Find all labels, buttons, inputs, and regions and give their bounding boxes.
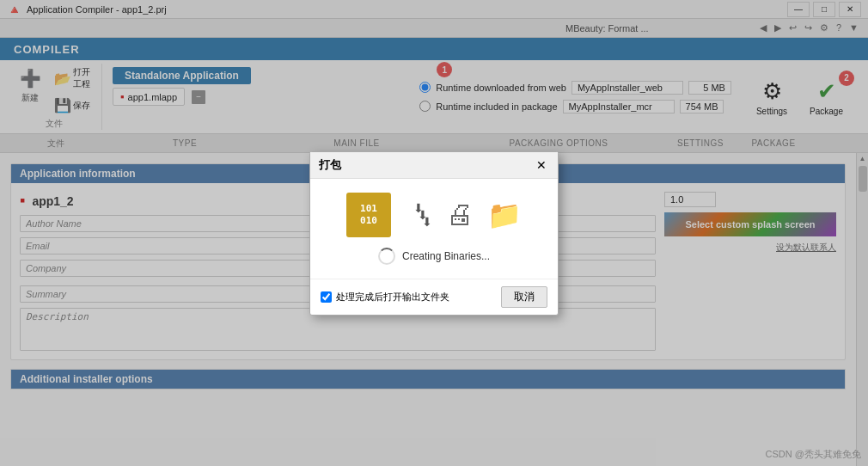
- binary-icon: 101010: [346, 193, 391, 237]
- package-progress-icon: 🖨: [446, 199, 474, 230]
- modal-title: 打包: [319, 157, 341, 173]
- modal-footer: 处理完成后打开输出文件夹 取消: [310, 279, 558, 315]
- loading-spinner: [378, 248, 395, 265]
- packaging-dialog: 打包 ✕ 101010 ⬇ ⬇ ⬇ 🖨 📁: [309, 151, 559, 316]
- modal-header: 打包 ✕: [310, 152, 558, 179]
- folder-output-icon: 📁: [487, 199, 522, 231]
- arrow-group: ⬇ ⬇ ⬇: [405, 202, 432, 228]
- cancel-button[interactable]: 取消: [501, 286, 547, 308]
- progress-icons: 101010 ⬇ ⬇ ⬇ 🖨 📁: [346, 193, 522, 237]
- open-output-checkbox[interactable]: [321, 291, 332, 303]
- binary-text: 101010: [360, 203, 377, 225]
- creating-text: Creating Binaries...: [402, 250, 490, 262]
- modal-overlay: 打包 ✕ 101010 ⬇ ⬇ ⬇ 🖨 📁: [0, 0, 868, 466]
- down-arrow-3: ⬇: [422, 216, 432, 228]
- progress-row: Creating Binaries...: [378, 248, 490, 265]
- checkbox-row: 处理完成后打开输出文件夹: [321, 291, 449, 304]
- modal-body: 101010 ⬇ ⬇ ⬇ 🖨 📁 Creating Binaries...: [310, 179, 558, 279]
- modal-close-button[interactable]: ✕: [534, 157, 549, 173]
- checkbox-label: 处理完成后打开输出文件夹: [336, 291, 449, 304]
